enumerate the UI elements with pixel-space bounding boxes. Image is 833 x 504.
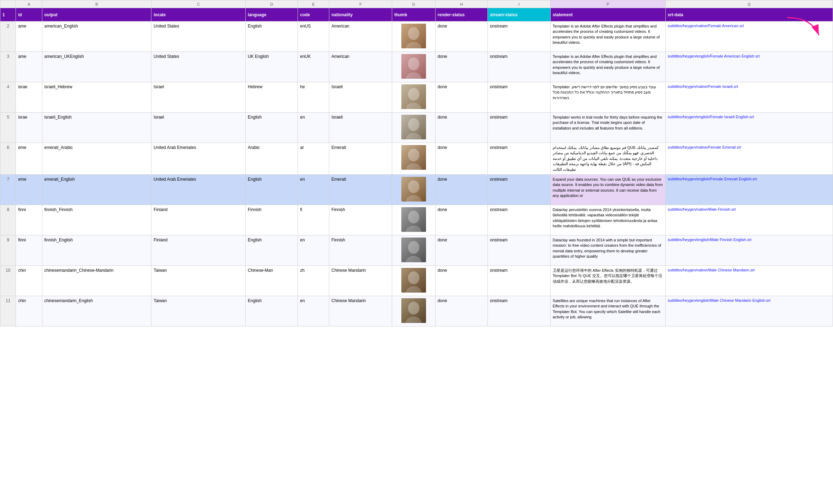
spreadsheet[interactable]: A B C D E F G H I P Q 1 id output locale… — [0, 0, 833, 504]
cell-srt-data[interactable]: subtitles/heygen/native/Female Emerati.s… — [665, 143, 833, 175]
cell-output[interactable]: israeli_English — [42, 113, 151, 143]
cell-stream-status[interactable]: onstream — [488, 265, 551, 296]
col-letter-c[interactable]: C — [151, 0, 246, 8]
header-srt-data[interactable]: srt-data — [665, 8, 833, 22]
cell-language[interactable]: English — [246, 174, 298, 205]
col-letter-h[interactable]: H — [435, 0, 487, 8]
cell-statement[interactable]: Expand your data sources. You can use QU… — [550, 174, 665, 205]
cell-srt-data[interactable]: subtitles/heygen/english/Female Israeli … — [665, 113, 833, 143]
cell-render-status[interactable]: done — [435, 113, 487, 143]
table-row[interactable]: 6emeemerati_ArabicUnited Arab EmeriatesA… — [0, 143, 833, 175]
cell-language[interactable]: Chinese-Man — [246, 265, 298, 296]
cell-statement[interactable]: Templater works in trial mode for thirty… — [550, 113, 665, 143]
cell-id[interactable]: finni — [16, 205, 42, 235]
cell-output[interactable]: american_UKEnglish — [42, 52, 151, 82]
cell-stream-status[interactable]: onstream — [488, 205, 551, 235]
col-letter-e[interactable]: E — [298, 0, 329, 8]
cell-code[interactable]: he — [298, 82, 329, 113]
cell-statement[interactable]: قم بتوسيع نطاق مصادر بياناتك. يمكنك استخ… — [550, 143, 665, 175]
cell-output[interactable]: emerati_English — [42, 174, 151, 205]
cell-locale[interactable]: Israel — [151, 113, 246, 143]
cell-language[interactable]: English — [246, 22, 298, 52]
col-letter-b[interactable]: B — [42, 0, 151, 8]
cell-srt-data[interactable]: subtitles/heygen/native/Female American.… — [665, 22, 833, 52]
cell-locale[interactable]: Finland — [151, 205, 246, 235]
cell-thumb[interactable] — [392, 235, 435, 265]
table-row[interactable]: 2ameamerican_EnglishUnited StatesEnglish… — [0, 22, 833, 52]
cell-nationality[interactable]: Emerati — [329, 174, 392, 205]
cell-render-status[interactable]: done — [435, 296, 487, 326]
cell-render-status[interactable]: done — [435, 174, 487, 205]
col-letter-a[interactable]: A — [16, 0, 42, 8]
cell-statement[interactable]: Satellites are unique machines that run … — [550, 296, 665, 326]
cell-render-status[interactable]: done — [435, 52, 487, 82]
cell-statement[interactable]: Dataclay perustettiin vuonna 2014 yksink… — [550, 205, 665, 235]
header-output[interactable]: output — [42, 8, 151, 22]
table-row[interactable]: 11chinchinesemandarin_EnglishTaiwanEngli… — [0, 296, 833, 326]
cell-id[interactable]: finni — [16, 235, 42, 265]
cell-render-status[interactable]: done — [435, 82, 487, 113]
cell-srt-data[interactable]: subtitles/heygen/native/Male Chinese Man… — [665, 265, 833, 296]
cell-language[interactable]: English — [246, 235, 298, 265]
table-row[interactable]: 10chinchinesemandarin_Chinese-MandarinTa… — [0, 265, 833, 296]
cell-thumb[interactable] — [392, 296, 435, 326]
cell-srt-data[interactable]: subtitles/heygen/english/Female Emerati … — [665, 174, 833, 205]
header-id[interactable]: id — [16, 8, 42, 22]
cell-output[interactable]: chinesemandarin_Chinese-Mandarin — [42, 265, 151, 296]
header-stream-status[interactable]: stream-status — [488, 8, 551, 22]
header-render-status[interactable]: render-status — [435, 8, 487, 22]
cell-locale[interactable]: Finland — [151, 235, 246, 265]
cell-render-status[interactable]: done — [435, 235, 487, 265]
header-nationality[interactable]: nationality — [329, 8, 392, 22]
cell-thumb[interactable] — [392, 82, 435, 113]
cell-thumb[interactable] — [392, 143, 435, 175]
header-code[interactable]: code — [298, 8, 329, 22]
table-row[interactable]: 5israeisraeli_EnglishIsraelEnglishenIsra… — [0, 113, 833, 143]
cell-statement[interactable]: Templater is an Adobe After Effects plug… — [550, 52, 665, 82]
cell-id[interactable]: chin — [16, 296, 42, 326]
cell-output[interactable]: chinesemandarin_English — [42, 296, 151, 326]
cell-id[interactable]: chin — [16, 265, 42, 296]
cell-nationality[interactable]: Chinese Mandarin — [329, 296, 392, 326]
cell-locale[interactable]: United States — [151, 22, 246, 52]
cell-locale[interactable]: United Arab Emeriates — [151, 174, 246, 205]
cell-id[interactable]: ame — [16, 22, 42, 52]
cell-srt-data[interactable]: subtitles/heygen/english/Male Finnish En… — [665, 235, 833, 265]
cell-id[interactable]: ame — [16, 52, 42, 82]
header-language[interactable]: language — [246, 8, 298, 22]
cell-render-status[interactable]: done — [435, 265, 487, 296]
table-row[interactable]: 9finnifinnish_EnglishFinlandEnglishenFin… — [0, 235, 833, 265]
cell-code[interactable]: fi — [298, 205, 329, 235]
cell-thumb[interactable] — [392, 113, 435, 143]
cell-id[interactable]: eme — [16, 174, 42, 205]
cell-output[interactable]: american_English — [42, 22, 151, 52]
cell-stream-status[interactable]: onstream — [488, 235, 551, 265]
cell-render-status[interactable]: done — [435, 143, 487, 175]
cell-id[interactable]: eme — [16, 143, 42, 175]
cell-id[interactable]: israe — [16, 82, 42, 113]
cell-code[interactable]: enUS — [298, 22, 329, 52]
cell-code[interactable]: en — [298, 235, 329, 265]
cell-nationality[interactable]: Emerati — [329, 143, 392, 175]
cell-output[interactable]: finnish_English — [42, 235, 151, 265]
cell-locale[interactable]: United Arab Emeriates — [151, 143, 246, 175]
cell-id[interactable]: israe — [16, 113, 42, 143]
cell-code[interactable]: en — [298, 296, 329, 326]
cell-nationality[interactable]: Chinese Mandarin — [329, 265, 392, 296]
col-letter-g[interactable]: G — [392, 0, 435, 8]
cell-language[interactable]: Hebrew — [246, 82, 298, 113]
cell-stream-status[interactable]: onstream — [488, 113, 551, 143]
cell-nationality[interactable]: Israeli — [329, 113, 392, 143]
cell-output[interactable]: israeli_Hebrew — [42, 82, 151, 113]
header-statement[interactable]: statement — [550, 8, 665, 22]
cell-stream-status[interactable]: onstream — [488, 82, 551, 113]
cell-language[interactable]: UK English — [246, 52, 298, 82]
cell-thumb[interactable] — [392, 22, 435, 52]
cell-thumb[interactable] — [392, 52, 435, 82]
cell-statement[interactable]: Templater is an Adobe After Effects plug… — [550, 22, 665, 52]
cell-output[interactable]: finnish_Finnish — [42, 205, 151, 235]
table-row[interactable]: 3ameamerican_UKEnglishUnited StatesUK En… — [0, 52, 833, 82]
cell-code[interactable]: enUK — [298, 52, 329, 82]
cell-thumb[interactable] — [392, 174, 435, 205]
cell-stream-status[interactable]: onstream — [488, 296, 551, 326]
